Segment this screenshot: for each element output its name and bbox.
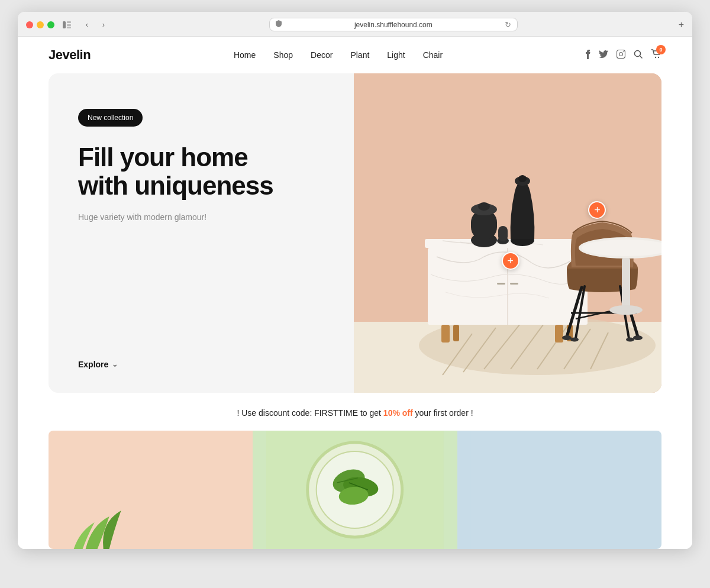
discount-text-after: your first order ! — [413, 408, 473, 418]
hero-image: + + — [354, 73, 661, 393]
browser-chrome: ‹ › jevelin.shufflehound.com ↻ + — [18, 12, 692, 37]
new-tab-button[interactable]: + — [679, 20, 684, 30]
svg-rect-3 — [67, 27, 71, 28]
discount-highlight: 10% off — [383, 408, 413, 418]
refresh-button[interactable]: ↻ — [505, 20, 511, 29]
browser-window: ‹ › jevelin.shufflehound.com ↻ + Jevelin… — [18, 12, 692, 549]
website-content: Jevelin Home Shop Decor Plant Light Chai… — [18, 37, 692, 549]
discount-banner: ! Use discount code: FIRSTTIME to get 10… — [18, 395, 692, 431]
blue-card-illustration — [457, 431, 661, 549]
shield-icon — [276, 20, 282, 29]
svg-rect-25 — [510, 283, 518, 285]
nav-item-shop[interactable]: Shop — [273, 50, 293, 60]
svg-rect-0 — [63, 21, 66, 28]
cart-badge: 0 — [656, 45, 666, 54]
header-icons: 0 — [586, 49, 661, 61]
svg-line-8 — [640, 56, 643, 59]
hero-right: + + — [354, 73, 661, 393]
svg-rect-2 — [67, 24, 71, 26]
close-button[interactable] — [26, 21, 33, 28]
chevron-down-icon: ⌄ — [112, 360, 118, 369]
url-text: jevelin.shufflehound.com — [285, 21, 501, 29]
minimize-button[interactable] — [37, 21, 44, 28]
peach-card-illustration — [49, 431, 253, 549]
furniture-illustration — [354, 73, 661, 393]
svg-point-47 — [633, 335, 643, 340]
hero-section: New collection Fill your homewith unique… — [49, 73, 661, 393]
cart-icon-wrapper[interactable]: 0 — [651, 49, 661, 61]
nav-item-light[interactable]: Light — [387, 50, 405, 60]
svg-point-5 — [619, 53, 623, 56]
main-navigation: Home Shop Decor Plant Light Chair — [234, 50, 443, 60]
site-logo[interactable]: Jevelin — [49, 47, 91, 63]
back-button[interactable]: ‹ — [79, 18, 95, 31]
svg-point-49 — [626, 338, 634, 342]
nav-item-decor[interactable]: Decor — [311, 50, 333, 60]
svg-rect-27 — [453, 325, 459, 341]
category-section — [49, 431, 661, 549]
svg-point-48 — [570, 338, 579, 342]
hero-title: Fill your homewith uniqueness — [78, 143, 324, 201]
svg-rect-26 — [441, 325, 450, 343]
category-card-green[interactable] — [253, 431, 457, 549]
twitter-icon[interactable] — [599, 50, 608, 60]
browser-nav-buttons: ‹ › — [79, 18, 111, 31]
svg-point-53 — [609, 305, 643, 315]
explore-button[interactable]: Explore ⌄ — [78, 360, 324, 369]
svg-rect-4 — [617, 50, 625, 59]
svg-point-6 — [623, 51, 624, 53]
svg-rect-63 — [470, 431, 648, 549]
svg-point-46 — [562, 335, 572, 340]
svg-rect-36 — [518, 175, 527, 182]
svg-rect-33 — [478, 202, 490, 211]
svg-point-9 — [655, 57, 656, 58]
svg-rect-24 — [497, 283, 505, 285]
svg-rect-52 — [622, 258, 630, 311]
category-card-blue[interactable] — [457, 431, 661, 549]
nav-item-chair[interactable]: Chair — [423, 50, 443, 60]
facebook-icon[interactable] — [586, 50, 590, 61]
svg-point-10 — [658, 57, 659, 58]
svg-rect-28 — [555, 325, 563, 343]
traffic-lights — [26, 21, 54, 28]
nav-item-home[interactable]: Home — [234, 50, 256, 60]
address-bar[interactable]: jevelin.shufflehound.com ↻ — [269, 18, 518, 31]
search-icon[interactable] — [634, 50, 643, 60]
nav-item-plant[interactable]: Plant — [350, 50, 369, 60]
svg-rect-1 — [67, 21, 71, 23]
discount-text-before: ! Use discount code: FIRSTTIME to get — [237, 408, 383, 418]
site-header: Jevelin Home Shop Decor Plant Light Chai… — [18, 37, 692, 73]
new-collection-badge: New collection — [78, 109, 143, 127]
green-card-illustration — [253, 431, 457, 549]
fullscreen-button[interactable] — [47, 21, 54, 28]
hero-subtitle: Huge variety with modern glamour! — [78, 212, 324, 222]
hero-left: New collection Fill your homewith unique… — [49, 73, 354, 393]
hotspot-cabinet[interactable]: + — [502, 252, 519, 270]
forward-button[interactable]: › — [96, 18, 111, 31]
sidebar-toggle-button[interactable] — [59, 18, 75, 31]
instagram-icon[interactable] — [617, 50, 625, 60]
svg-rect-38 — [498, 226, 508, 241]
category-card-peach[interactable] — [49, 431, 253, 549]
